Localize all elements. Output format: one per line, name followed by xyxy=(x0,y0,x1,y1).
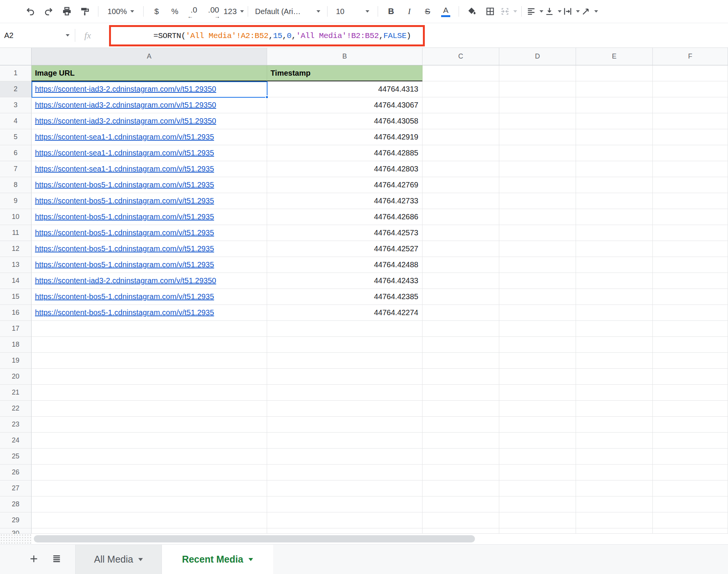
cell-B7[interactable]: 44764.42803 xyxy=(267,161,423,177)
cell-F24[interactable] xyxy=(653,433,728,449)
cell-D4[interactable] xyxy=(499,113,576,129)
cell-F26[interactable] xyxy=(653,465,728,480)
row-header-16[interactable]: 16 xyxy=(0,305,32,321)
name-box[interactable]: A2 xyxy=(0,23,75,48)
cell-B1[interactable]: Timestamp xyxy=(267,65,423,81)
row-header-27[interactable]: 27 xyxy=(0,480,32,496)
cell-F21[interactable] xyxy=(653,385,728,401)
cell-A9[interactable]: https://scontent-bos5-1.cdninstagram.com… xyxy=(32,193,267,209)
cell-F17[interactable] xyxy=(653,321,728,337)
cell-C9[interactable] xyxy=(423,193,499,209)
row-header-23[interactable]: 23 xyxy=(0,417,32,433)
cell-B3[interactable]: 44764.43067 xyxy=(267,97,423,113)
cell-A25[interactable] xyxy=(32,449,267,465)
cell-A14[interactable]: https://scontent-iad3-2.cdninstagram.com… xyxy=(32,273,267,289)
row-header-7[interactable]: 7 xyxy=(0,161,32,177)
row-header-5[interactable]: 5 xyxy=(0,129,32,145)
cell-D15[interactable] xyxy=(499,289,576,305)
cell-C24[interactable] xyxy=(423,433,499,449)
cell-A18[interactable] xyxy=(32,337,267,353)
row-header-21[interactable]: 21 xyxy=(0,385,32,401)
cell-E17[interactable] xyxy=(576,321,653,337)
cell-C10[interactable] xyxy=(423,209,499,225)
cell-D13[interactable] xyxy=(499,257,576,273)
cell-C11[interactable] xyxy=(423,225,499,241)
cell-C17[interactable] xyxy=(423,321,499,337)
image-url-link[interactable]: https://scontent-iad3-2.cdninstagram.com… xyxy=(35,276,216,285)
cell-E20[interactable] xyxy=(576,369,653,385)
cell-E14[interactable] xyxy=(576,273,653,289)
add-sheet-button[interactable] xyxy=(25,551,43,568)
cell-A22[interactable] xyxy=(32,401,267,417)
cell-C1[interactable] xyxy=(423,65,499,81)
cell-D2[interactable] xyxy=(499,81,576,97)
image-url-link[interactable]: https://scontent-bos5-1.cdninstagram.com… xyxy=(35,181,214,189)
cell-A6[interactable]: https://scontent-sea1-1.cdninstagram.com… xyxy=(32,145,267,161)
cell-D25[interactable] xyxy=(499,449,576,465)
row-header-10[interactable]: 10 xyxy=(0,209,32,225)
cell-B11[interactable]: 44764.42573 xyxy=(267,225,423,241)
row-header-12[interactable]: 12 xyxy=(0,241,32,257)
image-url-link[interactable]: https://scontent-sea1-1.cdninstagram.com… xyxy=(35,149,214,157)
cell-B23[interactable] xyxy=(267,417,423,433)
cell-B24[interactable] xyxy=(267,433,423,449)
cell-E19[interactable] xyxy=(576,353,653,369)
cell-C3[interactable] xyxy=(423,97,499,113)
cell-F9[interactable] xyxy=(653,193,728,209)
cell-E28[interactable] xyxy=(576,496,653,512)
cell-B16[interactable]: 44764.42274 xyxy=(267,305,423,321)
row-header-28[interactable]: 28 xyxy=(0,496,32,512)
cell-F7[interactable] xyxy=(653,161,728,177)
cell-B9[interactable]: 44764.42733 xyxy=(267,193,423,209)
row-header-18[interactable]: 18 xyxy=(0,337,32,353)
cell-B12[interactable]: 44764.42527 xyxy=(267,241,423,257)
cell-A15[interactable]: https://scontent-bos5-1.cdninstagram.com… xyxy=(32,289,267,305)
cell-C2[interactable] xyxy=(423,81,499,97)
cell-B14[interactable]: 44764.42433 xyxy=(267,273,423,289)
text-color-button[interactable]: A xyxy=(437,2,455,21)
image-url-link[interactable]: https://scontent-bos5-1.cdninstagram.com… xyxy=(35,292,214,301)
cell-A3[interactable]: https://scontent-iad3-2.cdninstagram.com… xyxy=(32,97,267,113)
cell-F3[interactable] xyxy=(653,97,728,113)
row-header-2[interactable]: 2 xyxy=(0,81,32,97)
cell-B29[interactable] xyxy=(267,512,423,528)
cell-A12[interactable]: https://scontent-bos5-1.cdninstagram.com… xyxy=(32,241,267,257)
cell-C12[interactable] xyxy=(423,241,499,257)
row-header-1[interactable]: 1 xyxy=(0,65,32,81)
row-header-17[interactable]: 17 xyxy=(0,321,32,337)
cell-E1[interactable] xyxy=(576,65,653,81)
cell-F4[interactable] xyxy=(653,113,728,129)
cell-B15[interactable]: 44764.42385 xyxy=(267,289,423,305)
cell-C19[interactable] xyxy=(423,353,499,369)
all-sheets-button[interactable] xyxy=(48,551,65,568)
cell-E8[interactable] xyxy=(576,177,653,193)
cell-E18[interactable] xyxy=(576,337,653,353)
cell-F2[interactable] xyxy=(653,81,728,97)
cell-B10[interactable]: 44764.42686 xyxy=(267,209,423,225)
text-wrap-button[interactable] xyxy=(562,2,580,21)
cell-E27[interactable] xyxy=(576,480,653,496)
cell-E10[interactable] xyxy=(576,209,653,225)
cell-A28[interactable] xyxy=(32,496,267,512)
cell-C21[interactable] xyxy=(423,385,499,401)
cell-F29[interactable] xyxy=(653,512,728,528)
cell-A17[interactable] xyxy=(32,321,267,337)
cell-F30[interactable] xyxy=(653,528,728,534)
cell-D3[interactable] xyxy=(499,97,576,113)
cell-B26[interactable] xyxy=(267,465,423,480)
decrease-decimal-button[interactable]: .0 ← xyxy=(184,2,204,21)
cell-E2[interactable] xyxy=(576,81,653,97)
cell-A11[interactable]: https://scontent-bos5-1.cdninstagram.com… xyxy=(32,225,267,241)
cell-D1[interactable] xyxy=(499,65,576,81)
row-header-22[interactable]: 22 xyxy=(0,401,32,417)
cell-B13[interactable]: 44764.42488 xyxy=(267,257,423,273)
undo-button[interactable] xyxy=(21,2,40,21)
cell-A4[interactable]: https://scontent-iad3-2.cdninstagram.com… xyxy=(32,113,267,129)
cell-A29[interactable] xyxy=(32,512,267,528)
cell-B4[interactable]: 44764.43058 xyxy=(267,113,423,129)
font-size-selector[interactable]: 10 xyxy=(331,2,374,21)
column-header-E[interactable]: E xyxy=(576,48,653,65)
cell-E22[interactable] xyxy=(576,401,653,417)
cell-D24[interactable] xyxy=(499,433,576,449)
formula-input[interactable]: =SORTN('All Media'!A2:B52,15,0,'All Medi… xyxy=(111,25,411,46)
